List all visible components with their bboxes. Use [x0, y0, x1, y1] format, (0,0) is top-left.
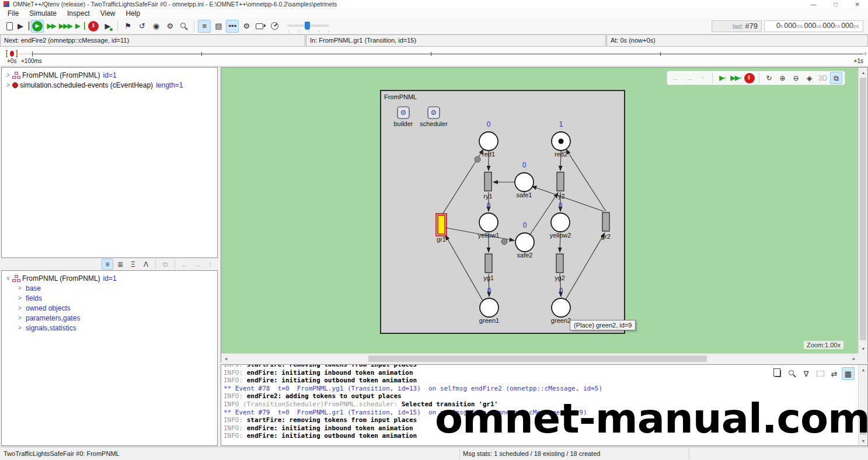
menu-help[interactable]: Help [121, 8, 146, 18]
menu-inspect[interactable]: Inspect [62, 8, 95, 18]
new-file-button[interactable] [3, 20, 16, 33]
place-green2[interactable] [552, 298, 570, 317]
record-video-button[interactable] [254, 20, 267, 33]
expand-icon[interactable]: > [16, 285, 24, 291]
inheritance-mode-button[interactable]: Λ [140, 259, 152, 270]
message-animation-button[interactable]: ••• [226, 20, 239, 33]
maximize-button[interactable]: □ [834, 1, 838, 8]
place-green1[interactable] [480, 298, 499, 317]
parent-button[interactable]: ↑ [204, 259, 216, 270]
outline-view-button[interactable]: ▤ [212, 20, 225, 33]
canvas-viewport[interactable]: FromPNML⚙builder⚙schedulerry1ry2gr1gr2yg… [221, 68, 859, 353]
place-yellow2[interactable] [551, 213, 570, 232]
grouped-mode-button[interactable]: ≡ [102, 259, 113, 270]
scroll-up-arrow[interactable]: ▲ [859, 68, 868, 77]
canvas-horizontal-scrollbar[interactable]: ◄ ► [221, 353, 859, 363]
redraw-layout-button[interactable]: ↻ [763, 72, 775, 84]
compound-module-frame[interactable] [381, 90, 625, 333]
debug-next-event-button[interactable]: ▶ [101, 20, 114, 33]
filter-icon: ∇ [804, 370, 809, 378]
tree-row-parameters-gates[interactable]: >parameters,gates [2, 313, 217, 323]
tree-row-fields[interactable]: >fields [2, 293, 217, 303]
flat-mode-button[interactable]: ≣ [114, 259, 126, 270]
collapse-icon[interactable]: v [4, 275, 12, 281]
menu-simulate[interactable]: Simulate [24, 8, 62, 18]
timeline-event-dot[interactable] [10, 51, 14, 57]
place-red1[interactable] [479, 132, 498, 151]
reload-button[interactable]: ↺ [135, 20, 148, 33]
tree-row-frompnml[interactable]: vFromPNML (FromPNML)id=1 [2, 273, 217, 283]
3d-view-button[interactable]: 3D [817, 72, 829, 84]
record-eventlog-button[interactable]: ◉ [149, 20, 162, 33]
stop-button[interactable]: Ⅱ [87, 20, 100, 33]
animation-speed-button[interactable] [268, 20, 281, 33]
scroll-thumb[interactable] [368, 356, 707, 362]
timeline-dotted-segment [19, 54, 32, 54]
debug-on-errors-button[interactable]: ⚙ [163, 20, 176, 33]
canvas-vertical-scrollbar[interactable]: ▲ ▼ [858, 68, 867, 353]
copy-button[interactable] [772, 367, 785, 380]
module-graph-button[interactable]: ⧉ [830, 72, 842, 84]
scroll-up-arrow[interactable]: ▲ [859, 365, 868, 374]
animation-speed-slider[interactable] [287, 20, 329, 32]
event-timeline[interactable]: [ ] +0s +100ms › +1s [0, 47, 868, 67]
message-trace-button[interactable]: ⇄ [828, 367, 841, 380]
place-yellow1[interactable] [479, 213, 498, 232]
transition-ry2[interactable] [557, 172, 564, 191]
display-mode-button[interactable]: ▦ [842, 367, 855, 380]
parent-module-button[interactable]: ↑ [696, 72, 709, 84]
log-view-button[interactable]: ≡ [198, 20, 211, 33]
run-until-button[interactable]: ▶▕ [73, 20, 86, 33]
menu-view[interactable]: View [95, 8, 121, 18]
module-graph-button[interactable]: ⧉ [159, 259, 171, 270]
tree-row-simulation-scheduled-events[interactable]: >simulation.scheduled-events (cEventHeap… [2, 80, 217, 90]
transition-yg2[interactable] [556, 254, 563, 273]
tree-row-signals-statistics[interactable]: >signals,statistics [2, 323, 217, 333]
express-run-button[interactable]: ▶▶▶ [59, 20, 72, 33]
scroll-right-arrow[interactable]: ► [849, 354, 859, 363]
transition-yg1[interactable] [485, 254, 492, 273]
expand-icon[interactable]: > [16, 325, 24, 331]
expand-icon[interactable]: > [16, 295, 24, 301]
layers-button[interactable]: ◈ [803, 72, 815, 84]
forward-button[interactable]: → [683, 72, 695, 84]
close-button[interactable]: ✕ [855, 1, 860, 8]
find-button[interactable] [177, 20, 190, 33]
step-button[interactable]: ▶▕ [17, 20, 30, 33]
transition-gr1[interactable] [438, 215, 445, 234]
expand-icon[interactable]: > [16, 305, 24, 311]
expand-icon[interactable]: > [4, 82, 12, 88]
place-safe1[interactable] [515, 173, 534, 191]
breakpoint-flag-button[interactable]: ⚑ [121, 20, 134, 33]
tree-row-base[interactable]: >base [2, 283, 217, 293]
zoom-in-button[interactable]: ⊕ [776, 72, 789, 84]
stop-local-button[interactable]: Ⅱ [743, 72, 755, 84]
filter-button[interactable]: ∇ [800, 367, 813, 380]
find-in-log-button[interactable] [786, 367, 799, 380]
tree-row-owned[interactable]: >owned objects [2, 303, 217, 313]
place-safe2[interactable] [515, 233, 534, 252]
minimize-button[interactable]: — [811, 1, 817, 8]
transition-ry1[interactable] [484, 172, 491, 191]
scroll-thumb[interactable] [860, 78, 866, 340]
expand-icon[interactable]: > [4, 72, 12, 78]
fast-run-local-button[interactable]: ▶▶▫ [730, 72, 742, 84]
run-local-button[interactable]: ▶▫ [716, 72, 728, 84]
menu-file[interactable]: File [2, 8, 24, 18]
run-button[interactable]: ▶ [31, 20, 44, 33]
tree-row-frompnml[interactable]: >FromPNML (FromPNML)id=1 [2, 70, 217, 80]
preferences-button[interactable]: ⚙ [240, 20, 253, 33]
forward-button[interactable]: → [191, 259, 203, 270]
configure-button[interactable] [814, 367, 827, 380]
back-button[interactable]: ← [179, 259, 190, 270]
children-mode-button[interactable]: Ξ [127, 259, 139, 270]
slider-handle[interactable] [305, 22, 310, 30]
expand-icon[interactable]: > [16, 315, 24, 321]
fast-run-button[interactable]: ▶▶ [45, 20, 58, 33]
scroll-left-arrow[interactable]: ◄ [221, 354, 231, 363]
transition-gr2[interactable] [602, 212, 609, 231]
zoom-out-button[interactable]: ⊖ [790, 72, 802, 84]
back-button[interactable]: ← [670, 72, 682, 84]
scroll-down-arrow[interactable]: ▼ [859, 344, 868, 353]
msg-stats-label: Msg stats: 1 scheduled / 18 existing / 1… [463, 450, 600, 457]
